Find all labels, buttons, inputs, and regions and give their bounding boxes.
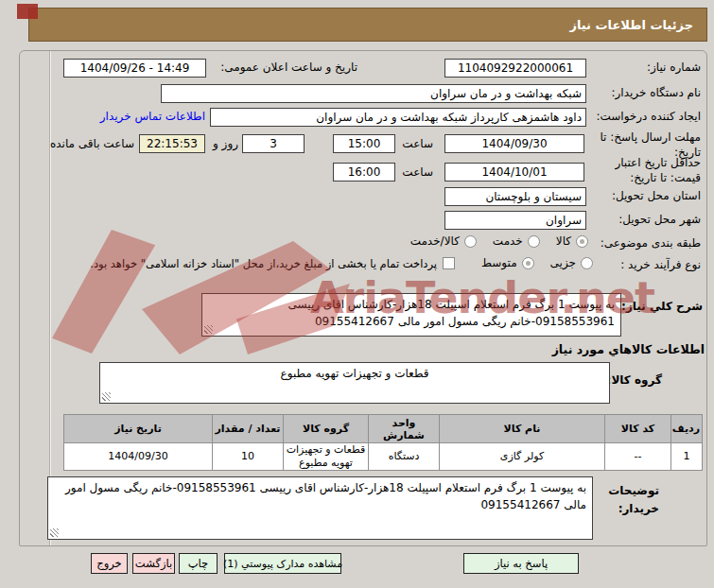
need-description-text: به پیوست 1 برگ فرم استعلام اسپیلت 18هزار… bbox=[288, 298, 615, 328]
radio-option-goods-service[interactable]: کالا/خدمت bbox=[410, 234, 477, 248]
subject-class-options: کالا خدمت کالا/خدمت bbox=[410, 234, 588, 248]
table-header-cell: ردیف bbox=[671, 415, 703, 443]
exit-button[interactable]: خروج bbox=[91, 553, 128, 574]
request-creator-label: ایجاد کننده درخواست: bbox=[596, 110, 701, 123]
table-header-cell: واحد شمارش bbox=[369, 415, 440, 443]
treasury-checkbox-row: پرداخت تمام یا بخشی از مبلغ خرید،از محل … bbox=[90, 257, 455, 270]
radio-goods-icon[interactable] bbox=[576, 235, 588, 248]
resize-grip-icon[interactable] bbox=[204, 325, 213, 334]
buyer-org-field[interactable]: شبکه بهداشت و در مان سراوان bbox=[161, 84, 586, 103]
remaining-days-label: روز و bbox=[213, 137, 238, 150]
goods-group-text: قطعات و تجهیزات تهویه مطبوع bbox=[281, 367, 429, 380]
price-validity-hour-label: ساعت bbox=[402, 165, 433, 179]
table-cell: دستگاه bbox=[369, 443, 440, 471]
table-header-cell: تعداد / مقدار bbox=[213, 415, 284, 443]
buyer-org-label: نام دستگاه خریدار: bbox=[612, 86, 702, 99]
radio-option-goods[interactable]: کالا bbox=[556, 234, 588, 248]
subject-class-label: طبقه بندی موضوعی: bbox=[601, 236, 701, 250]
table-header-cell: تاریخ نیاز bbox=[64, 415, 213, 443]
announce-datetime-field[interactable]: 1404/09/26 - 14:49 bbox=[63, 59, 206, 78]
radio-goods-service-icon[interactable] bbox=[464, 235, 477, 248]
table-header-cell: نام کالا bbox=[440, 415, 605, 443]
watermark-corner-mark bbox=[17, 4, 38, 19]
items-section-header: اطلاعات کالاهاي مورد نیاز bbox=[552, 342, 705, 356]
print-button[interactable]: چاپ bbox=[179, 553, 218, 574]
need-number-label: شماره نیاز: bbox=[647, 61, 701, 74]
table-cell: 10 bbox=[213, 443, 284, 471]
delivery-province-label: استان محل تحویل: bbox=[612, 189, 701, 202]
table-cell: 1404/09/30 bbox=[64, 443, 213, 471]
request-creator-field[interactable]: داود هاشمزهی کارپرداز شبکه بهداشت و در م… bbox=[210, 108, 586, 127]
need-details-page: جزئیات اطلاعات نیاز شماره نیاز: 11040929… bbox=[0, 0, 714, 588]
reply-deadline-time-field[interactable]: 15:00 bbox=[333, 134, 395, 153]
radio-service-icon[interactable] bbox=[528, 235, 540, 248]
table-cell: -- bbox=[605, 443, 671, 471]
table-cell: قطعات و تجهیزات تهویه مطبوع bbox=[284, 443, 369, 471]
radio-minor-icon[interactable] bbox=[581, 257, 593, 269]
table-cell: 1 bbox=[671, 443, 703, 471]
radio-option-service[interactable]: خدمت bbox=[493, 234, 540, 248]
need-number-field[interactable]: 1104092922000061 bbox=[444, 59, 586, 78]
delivery-city-label: شهر محل تحویل: bbox=[618, 213, 701, 226]
treasury-checkbox[interactable] bbox=[443, 257, 455, 269]
announce-datetime-label: تاریخ و ساعت اعلان عمومی: bbox=[220, 61, 357, 74]
delivery-province-field[interactable]: سیستان و بلوچستان bbox=[444, 187, 586, 206]
back-button[interactable]: بازگشت bbox=[132, 553, 175, 574]
reply-deadline-date-field[interactable]: 1404/09/30 bbox=[444, 134, 584, 153]
treasury-checkbox-label: پرداخت تمام یا بخشی از مبلغ خرید،از محل … bbox=[90, 257, 437, 270]
radio-medium-label: متوسط bbox=[481, 256, 517, 269]
remaining-label: ساعت باقی مانده bbox=[50, 137, 134, 150]
reply-deadline-hour-label: ساعت bbox=[402, 137, 433, 150]
items-table: ردیفکد کالانام کالاواحد شمارشگروه کالاتع… bbox=[63, 414, 703, 471]
table-cell: کولر گازی bbox=[440, 443, 605, 471]
resize-grip-icon[interactable] bbox=[50, 528, 59, 537]
radio-medium-icon[interactable] bbox=[522, 257, 534, 269]
answer-need-button[interactable]: پاسخ به نیاز bbox=[463, 553, 579, 574]
goods-group-label: گروه کالا: bbox=[607, 373, 662, 387]
radio-service-label: خدمت bbox=[493, 234, 523, 248]
remaining-time-field[interactable]: 22:15:53 bbox=[139, 134, 205, 153]
goods-group-textarea[interactable]: قطعات و تجهیزات تهویه مطبوع bbox=[99, 362, 610, 404]
page-title: جزئیات اطلاعات نیاز bbox=[569, 18, 693, 32]
table-row: 1--کولر گازیدستگاهقطعات و تجهیزات تهویه … bbox=[64, 443, 703, 471]
panel-divider-highlight bbox=[50, 51, 51, 545]
price-validity-label: حداقل تاریخ اعتبار قیمت: تا تاریخ: bbox=[585, 156, 701, 185]
radio-minor-label: جزیی bbox=[550, 256, 576, 269]
resize-grip-icon[interactable] bbox=[102, 392, 111, 401]
buyer-notes-textarea[interactable]: به پیوست 1 برگ فرم استعلام اسپیلت 18هزار… bbox=[47, 476, 593, 540]
radio-goods-label: کالا bbox=[556, 234, 571, 248]
price-validity-date-field[interactable]: 1404/10/01 bbox=[444, 163, 584, 182]
radio-goods-service-label: کالا/خدمت bbox=[410, 234, 460, 248]
purchase-process-options: جزیی متوسط bbox=[481, 256, 593, 269]
radio-option-medium[interactable]: متوسط bbox=[481, 256, 534, 269]
table-header-cell: کد کالا bbox=[605, 415, 671, 443]
table-header-cell: گروه کالا bbox=[284, 415, 369, 443]
price-validity-time-field[interactable]: 16:00 bbox=[333, 163, 395, 182]
remaining-days-field[interactable]: 3 bbox=[242, 134, 305, 153]
buyer-notes-text: به پیوست 1 برگ فرم استعلام اسپیلت 18هزار… bbox=[65, 481, 586, 511]
page-title-bar: جزئیات اطلاعات نیاز bbox=[28, 8, 707, 42]
radio-option-minor[interactable]: جزیی bbox=[550, 256, 593, 269]
purchase-process-label: نوع فرآیند خرید : bbox=[620, 258, 701, 271]
need-description-textarea[interactable]: به پیوست 1 برگ فرم استعلام اسپیلت 18هزار… bbox=[201, 293, 621, 337]
buyer-contact-link[interactable]: اطلاعات تماس خریدار bbox=[100, 110, 205, 123]
view-attachments-button[interactable]: مشاهده مدارک پیوستي (1) bbox=[224, 553, 341, 574]
need-description-label: شرح کلي نیاز: bbox=[621, 300, 703, 313]
delivery-city-field[interactable]: سراوان bbox=[444, 211, 586, 230]
buyer-notes-label: توضیحات خریدار: bbox=[599, 482, 659, 518]
table-header-row: ردیفکد کالانام کالاواحد شمارشگروه کالاتع… bbox=[64, 415, 703, 443]
